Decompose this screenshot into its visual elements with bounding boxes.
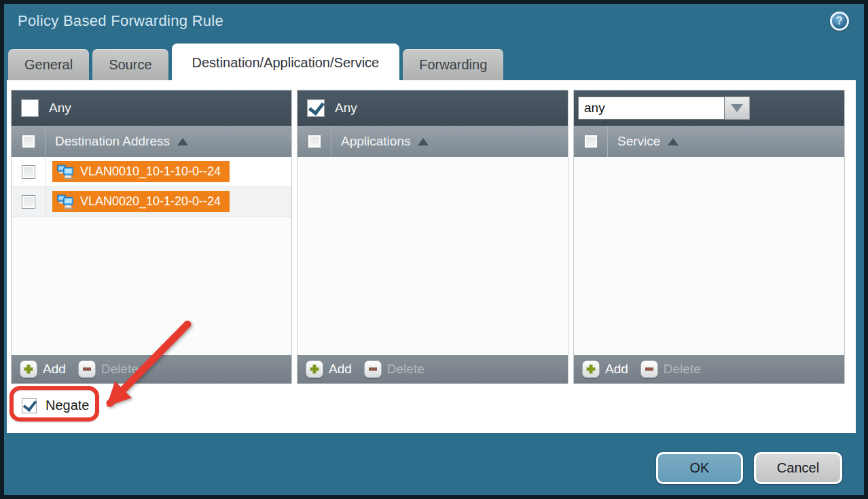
destination-panel: Any Destination Address — [11, 90, 292, 384]
applications-any-checkbox[interactable] — [307, 99, 325, 117]
applications-panel: Any Applications Add — [297, 90, 568, 384]
service-selector-bar — [574, 90, 844, 126]
destination-any-label: Any — [49, 101, 71, 116]
row-checkbox[interactable] — [22, 165, 35, 179]
tab-general[interactable]: General — [8, 49, 89, 80]
applications-delete-button[interactable]: Delete — [364, 360, 424, 378]
table-row: VLAN0020_10-1-20-0--24 — [12, 187, 291, 217]
address-object[interactable]: VLAN0020_10-1-20-0--24 — [52, 191, 230, 212]
help-icon[interactable]: ? — [830, 12, 849, 31]
service-dropdown — [578, 97, 750, 120]
tab-source[interactable]: Source — [92, 49, 168, 80]
service-column-label: Service — [617, 134, 660, 149]
tab-forwarding[interactable]: Forwarding — [403, 49, 503, 80]
destination-any-checkbox[interactable] — [21, 99, 39, 117]
table-row: VLAN0010_10-1-10-0--24 — [12, 157, 291, 187]
chevron-down-icon — [731, 104, 743, 112]
applications-actions-bar: Add Delete — [297, 355, 568, 383]
network-icon — [56, 194, 75, 209]
negate-checkbox[interactable] — [22, 398, 37, 413]
sort-ascending-icon — [418, 138, 429, 145]
row-checkbox[interactable] — [22, 195, 35, 209]
service-select-all-checkbox[interactable] — [584, 135, 598, 148]
minus-icon — [640, 360, 658, 378]
negate-option: Negate — [22, 398, 90, 413]
tab-destination-application-service[interactable]: Destination/Application/Service — [172, 44, 400, 80]
plus-icon — [306, 360, 323, 378]
applications-column-label: Applications — [341, 134, 410, 149]
destination-column-header[interactable]: Destination Address — [12, 126, 291, 157]
destination-select-all-checkbox[interactable] — [22, 135, 35, 148]
tab-bar: General Source Destination/Application/S… — [8, 44, 507, 80]
plus-icon — [582, 360, 600, 378]
service-delete-button[interactable]: Delete — [640, 360, 701, 378]
plus-icon — [20, 360, 37, 378]
service-dropdown-button[interactable] — [725, 97, 750, 120]
applications-column-header[interactable]: Applications — [297, 126, 568, 157]
address-object-label: VLAN0020_10-1-20-0--24 — [80, 194, 221, 209]
sort-ascending-icon — [177, 138, 188, 145]
destination-add-button[interactable]: Add — [20, 360, 66, 378]
service-column-header[interactable]: Service — [574, 126, 844, 157]
dialog-title: Policy Based Forwarding Rule — [18, 12, 223, 30]
pbf-rule-dialog: Policy Based Forwarding Rule ? General S… — [0, 0, 868, 499]
applications-add-button[interactable]: Add — [306, 360, 352, 378]
minus-icon — [364, 360, 382, 378]
destination-any-bar: Any — [12, 90, 291, 126]
destination-actions-bar: Add Delete — [12, 355, 291, 383]
tab-content: Any Destination Address — [7, 80, 856, 433]
network-icon — [56, 164, 75, 179]
ok-button[interactable]: OK — [656, 452, 743, 484]
service-actions-bar: Add Delete — [574, 355, 844, 383]
service-dropdown-input[interactable] — [578, 97, 725, 120]
sort-ascending-icon — [668, 138, 679, 145]
service-add-button[interactable]: Add — [582, 360, 628, 378]
service-panel: Service Add Delete — [573, 90, 845, 384]
applications-select-all-checkbox[interactable] — [308, 135, 321, 148]
applications-any-bar: Any — [297, 90, 568, 126]
minus-icon — [78, 360, 96, 378]
destination-column-label: Destination Address — [55, 134, 170, 149]
negate-label: Negate — [46, 398, 90, 413]
applications-any-label: Any — [335, 101, 357, 116]
destination-delete-button[interactable]: Delete — [78, 360, 139, 378]
address-object[interactable]: VLAN0010_10-1-10-0--24 — [52, 161, 230, 182]
destination-list: VLAN0010_10-1-10-0--24 — [12, 157, 291, 355]
cancel-button[interactable]: Cancel — [754, 452, 842, 484]
service-list — [574, 157, 844, 355]
applications-list — [297, 157, 568, 355]
address-object-label: VLAN0010_10-1-10-0--24 — [80, 165, 221, 179]
